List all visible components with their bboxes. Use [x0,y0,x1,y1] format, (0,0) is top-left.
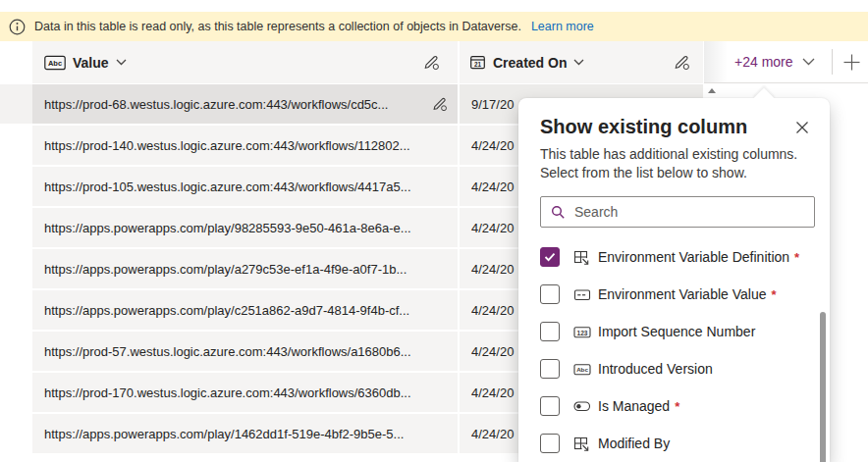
value-cell[interactable]: https://apps.powerapps.com/play/a279c53e… [32,249,458,288]
checkbox-checked[interactable] [540,247,560,267]
column-option-label: Is Managed [598,398,670,414]
search-icon [551,205,566,220]
row-selector[interactable] [0,249,32,288]
required-marker: * [675,399,679,414]
flyout-beak [753,88,776,111]
checkbox-unchecked[interactable] [540,284,560,304]
value-field-icon [573,287,591,302]
row-selector[interactable] [0,84,32,124]
column-option-label: Import Sequence Number [598,324,755,339]
column-list: Environment Variable Definition * Enviro… [540,238,812,462]
column-option[interactable]: Environment Variable Value * [540,276,812,313]
row-selector[interactable] [0,414,32,453]
header-shadow [704,41,728,82]
required-marker: * [771,287,776,302]
checkbox-unchecked[interactable] [540,396,560,416]
learn-more-link[interactable]: Learn more [531,20,594,33]
value-cell[interactable]: https://apps.powerapps.com/play/c251a862… [32,290,458,330]
value-cell[interactable]: https://prod-57.westus.logic.azure.com:4… [32,332,458,371]
svg-text:Abc: Abc [576,366,588,373]
column-header-label: Value [73,55,109,71]
calendar-icon: 21 [469,54,486,71]
column-option[interactable]: Is Managed * [540,387,812,425]
flyout-title: Show existing column [540,114,786,139]
row-selector[interactable] [0,126,32,165]
svg-text:21: 21 [474,61,482,68]
checkbox-unchecked[interactable] [540,322,560,341]
row-selector[interactable] [0,373,32,412]
banner-message: Data in this table is read only, as this… [34,20,521,33]
column-option[interactable]: Abc Introduced Version [540,350,812,387]
more-columns-button[interactable]: +24 more [734,54,793,70]
flyout-scrollbar-thumb[interactable] [820,312,826,462]
toggle-icon [573,399,591,413]
lookup-table-icon [573,249,591,266]
row-selector[interactable] [0,208,32,247]
column-header-created-on[interactable]: 21 Created On [460,41,703,83]
edit-disabled-icon [432,96,448,112]
column-option-label: Environment Variable Definition [598,249,789,265]
grid-scrollbar-up-icon [708,88,716,93]
close-icon[interactable] [791,117,813,138]
abc-text-icon: Abc [44,55,66,71]
lookup-table-icon [573,436,591,452]
row-selector[interactable] [0,167,32,206]
value-cell[interactable]: https://prod-68.westus.logic.azure.com:4… [32,84,458,124]
add-column-button[interactable] [841,52,862,73]
chevron-down-icon[interactable] [802,58,815,66]
value-cell[interactable]: https://prod-105.westus.logic.azure.com:… [32,167,458,206]
column-option[interactable]: 123 Import Sequence Number [540,313,812,350]
chevron-down-icon [116,59,127,66]
row-selector[interactable] [0,332,32,371]
svg-text:123: 123 [576,329,587,335]
column-option-label: Environment Variable Value [598,286,766,302]
search-input[interactable] [574,204,814,220]
edit-disabled-icon [674,54,690,71]
value-cell[interactable]: https://prod-170.westus.logic.azure.com:… [32,373,458,412]
show-existing-column-flyout: Show existing column This table has addi… [518,98,830,462]
abc-text-icon: Abc [573,362,591,377]
more-columns-header: +24 more [704,41,868,83]
edit-disabled-icon [423,54,440,71]
row-selector[interactable] [0,290,32,330]
column-header-label: Created On [493,55,567,71]
column-option[interactable]: Environment Variable Definition * [540,238,812,276]
chevron-down-icon [573,59,584,66]
column-option-label: Introduced Version [598,361,713,377]
required-marker: * [794,250,799,265]
divider [832,49,833,75]
value-cell[interactable]: https://apps.powerapps.com/play/98285593… [32,208,458,247]
value-cell[interactable]: https://apps.powerapps.com/play/1462dd1f… [32,414,458,453]
number-123-icon: 123 [573,325,591,339]
column-header-value[interactable]: Abc Value [32,41,458,83]
value-cell[interactable]: https://prod-140.westus.logic.azure.com:… [32,126,458,165]
svg-text:Abc: Abc [48,59,62,68]
info-icon [9,19,26,35]
checkbox-unchecked[interactable] [540,359,560,379]
flyout-description: This table has additional existing colum… [540,145,817,182]
readonly-info-banner: Data in this table is read only, as this… [0,12,868,41]
dataverse-table-page: Data in this table is read only, as this… [0,0,868,462]
column-search[interactable] [540,196,815,228]
column-option-label: Modified By [598,436,670,451]
checkbox-unchecked[interactable] [540,434,560,453]
column-option[interactable]: Modified By [540,425,812,462]
